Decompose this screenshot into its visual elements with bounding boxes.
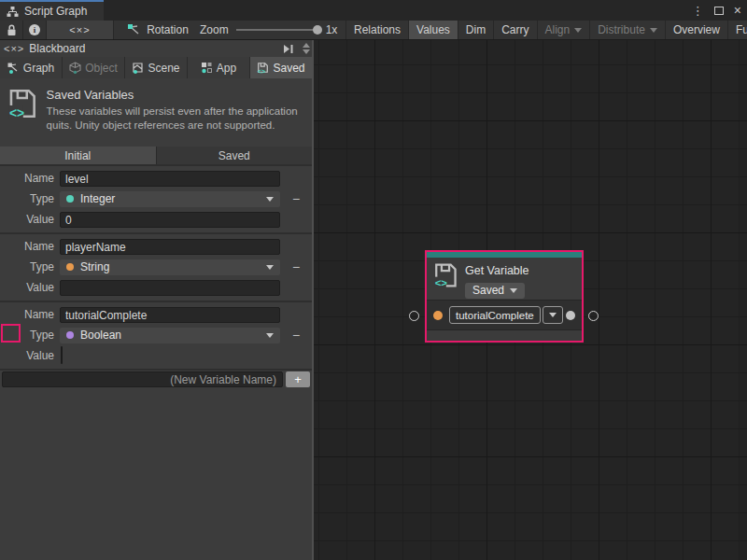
remove-variable-button[interactable]: −	[280, 191, 312, 206]
relations-button[interactable]: Relations	[345, 21, 408, 39]
value-output-port[interactable]	[566, 311, 575, 320]
variable-name-input[interactable]	[60, 171, 280, 187]
info-description: These variables will persist even after …	[47, 105, 304, 133]
object-tab-icon	[69, 62, 81, 74]
tab-object[interactable]: Object	[63, 57, 124, 78]
rotation-button[interactable]: Rotation	[118, 21, 198, 39]
remove-variable-button[interactable]: −	[280, 259, 312, 274]
value-label: Value	[0, 349, 58, 362]
chevron-down-icon	[549, 313, 557, 317]
input-connection-port[interactable]	[409, 311, 419, 321]
chevron-down-icon	[303, 49, 310, 54]
window-menu-icon[interactable]: ⋮	[692, 5, 704, 17]
align-dropdown[interactable]: Align	[537, 21, 590, 39]
zoom-value: 1x	[326, 23, 338, 36]
title-bar: Script Graph ⋮ ×	[0, 0, 747, 21]
distribute-dropdown[interactable]: Distribute	[589, 21, 665, 39]
type-dropdown[interactable]: String	[60, 259, 280, 275]
variable-name-field[interactable]: tutorialComplete	[449, 306, 541, 324]
graph-canvas[interactable]: <> Get Variable Saved tutorialComplete	[314, 40, 747, 560]
code-icon: <×>	[4, 43, 24, 54]
scope-dropdown[interactable]: Saved	[465, 283, 525, 299]
graph-tab-icon	[7, 63, 20, 74]
graph-toolbar: i <×> Rotation Zoom 1x Relations Values …	[0, 21, 747, 40]
close-icon[interactable]: ×	[734, 4, 741, 17]
panel-scroll-arrows[interactable]	[303, 43, 310, 54]
type-color-dot	[66, 263, 74, 271]
carry-button[interactable]: Carry	[493, 21, 536, 39]
name-label: Name	[0, 308, 58, 321]
remove-variable-button[interactable]: −	[280, 328, 312, 343]
scene-tab-icon	[132, 62, 144, 74]
tab-scene[interactable]: Scene	[125, 57, 187, 78]
node-title: Get Variable	[465, 264, 529, 277]
tab-graph[interactable]: Graph	[0, 57, 62, 78]
name-label: Name	[0, 172, 58, 185]
window-tab-script-graph[interactable]: Script Graph	[0, 0, 104, 21]
variable-group-playername: Name Type String − Value	[0, 234, 312, 302]
subtab-initial[interactable]: Initial	[0, 147, 156, 164]
variable-input-port[interactable]	[433, 311, 443, 320]
new-variable-row: +	[0, 371, 312, 388]
info-title: Saved Variables	[47, 88, 304, 102]
info-icon: i	[29, 24, 40, 35]
type-color-dot	[66, 331, 74, 339]
variable-scope-tabs: Graph Object Scene App	[0, 57, 312, 78]
chevron-down-icon	[266, 333, 274, 338]
value-checkbox[interactable]	[61, 346, 63, 364]
rotation-icon	[127, 23, 141, 36]
type-label: Type	[0, 329, 58, 342]
full-screen-button[interactable]: Full Screen	[727, 21, 747, 39]
values-button[interactable]: Values	[408, 21, 458, 39]
zoom-slider-handle[interactable]	[313, 25, 322, 35]
add-variable-button[interactable]: +	[286, 371, 310, 387]
chevron-down-icon	[266, 197, 274, 202]
rotation-label: Rotation	[147, 23, 189, 36]
code-view-button[interactable]: <×>	[47, 21, 114, 39]
tab-app[interactable]: App	[188, 57, 249, 78]
value-label: Value	[0, 213, 58, 226]
tab-saved[interactable]: <> Saved	[250, 57, 312, 78]
lock-button[interactable]	[0, 21, 23, 39]
type-color-dot	[66, 195, 74, 203]
overview-button[interactable]: Overview	[665, 21, 727, 39]
zoom-control: Zoom 1x	[200, 21, 337, 39]
dock-panel-icon[interactable]	[283, 44, 294, 54]
info-button[interactable]: i	[23, 21, 47, 39]
chevron-down-icon	[510, 288, 517, 293]
maximize-icon[interactable]	[714, 7, 724, 15]
zoom-slider[interactable]	[236, 29, 318, 31]
dim-button[interactable]: Dim	[458, 21, 493, 39]
saved-variables-info: <> Saved Variables These variables will …	[0, 78, 312, 147]
blackboard-header: <×> Blackboard	[0, 40, 312, 57]
variable-group-level: Name Type Integer − Value	[0, 166, 312, 234]
get-variable-node[interactable]: <> Get Variable Saved tutorialComplete	[425, 250, 584, 343]
type-label: Type	[0, 260, 58, 273]
chevron-down-icon	[266, 265, 274, 270]
subtab-saved[interactable]: Saved	[157, 147, 313, 164]
name-label: Name	[0, 240, 58, 253]
chevron-down-icon	[650, 28, 657, 33]
zoom-label: Zoom	[200, 23, 229, 36]
variable-name-input[interactable]	[60, 307, 280, 323]
new-variable-input[interactable]	[2, 371, 283, 387]
window-title: Script Graph	[24, 5, 87, 18]
variable-dropdown-button[interactable]	[543, 306, 563, 324]
type-dropdown[interactable]: Boolean	[60, 328, 280, 343]
app-tab-icon	[201, 62, 213, 74]
chevron-down-icon	[574, 28, 582, 33]
floppy-disk-icon: <>	[433, 261, 458, 289]
svg-text:<>: <>	[435, 277, 448, 288]
variable-value-input[interactable]	[60, 280, 280, 296]
blackboard-panel: <×> Blackboard Graph Object	[0, 40, 314, 560]
variable-name-input[interactable]	[60, 239, 280, 255]
variable-value-input[interactable]	[60, 212, 280, 228]
node-footer	[427, 329, 582, 341]
type-dropdown[interactable]: Integer	[60, 191, 280, 207]
floppy-disk-icon: <>	[7, 88, 37, 119]
node-body: tutorialComplete	[427, 300, 582, 329]
node-header[interactable]: <> Get Variable Saved	[427, 258, 582, 300]
output-connection-port[interactable]	[588, 311, 599, 321]
svg-text:<>: <>	[9, 105, 24, 119]
variable-group-tutorialcomplete: Name Type Boolean − Value	[0, 302, 312, 371]
